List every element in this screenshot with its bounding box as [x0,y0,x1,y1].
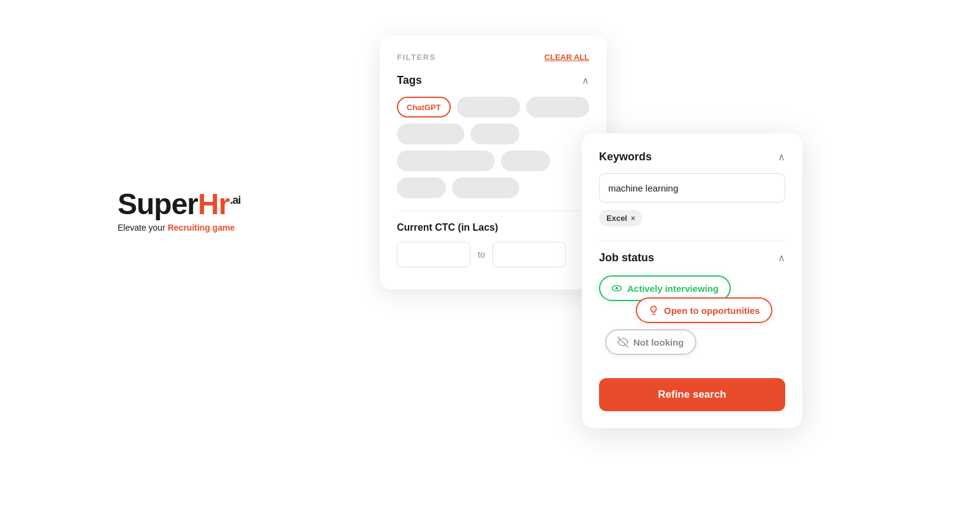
ctc-to-label: to [478,250,485,259]
tag-placeholder-1[interactable] [457,97,520,117]
bulb-orange-icon [648,305,659,316]
keyword-input[interactable] [599,173,785,203]
tag-placeholder-2[interactable] [526,97,589,117]
logo-section: SuperHr.ai Elevate your Recruiting game [118,190,240,233]
excel-tag[interactable]: Excel × [599,210,643,226]
tagline-highlight: Recruiting game [168,223,235,233]
actively-interviewing-label: Actively interviewing [627,283,718,294]
tags-section-header: Tags ∧ [397,74,589,87]
divider-1 [397,210,589,211]
tags-row-4 [397,177,589,198]
excel-tag-remove[interactable]: × [631,214,635,223]
keywords-card: Keywords ∧ Excel × Job status ∧ Actively… [582,133,802,428]
filters-header: FILTERS CLEAR ALL [397,53,589,62]
tags-chevron-icon: ∧ [582,75,589,86]
tags-row-3 [397,151,589,171]
tags-row-1: ChatGPT [397,97,589,117]
tag-placeholder-5[interactable] [397,151,495,171]
filters-title: FILTERS [397,53,436,62]
tag-placeholder-6[interactable] [501,151,550,171]
filters-card: FILTERS CLEAR ALL Tags ∧ ChatGPT Current… [380,35,606,289]
status-open-opportunities[interactable]: Open to opportunities [636,297,772,323]
tag-placeholder-7[interactable] [397,177,446,198]
job-status-chevron-icon: ∧ [778,252,785,264]
tag-chatgpt[interactable]: ChatGPT [397,97,451,117]
ctc-row: to [397,242,589,267]
job-status-header: Job status ∧ [599,251,785,264]
keywords-chevron-icon: ∧ [778,151,785,163]
tags-row-2 [397,124,589,144]
tag-placeholder-4[interactable] [470,124,519,144]
logo-text: SuperHr.ai [118,190,240,219]
tags-section-title: Tags [397,74,422,87]
logo-ai: .ai [230,194,240,206]
ctc-min-input[interactable] [397,242,470,267]
status-pills-area: Actively interviewing Open to opportunit… [599,275,785,361]
svg-point-1 [616,287,619,290]
keywords-title: Keywords [599,151,652,163]
refine-search-button[interactable]: Refine search [599,378,785,411]
status-not-looking[interactable]: Not looking [605,329,696,355]
tag-placeholder-8[interactable] [452,177,519,198]
not-looking-label: Not looking [633,337,684,348]
excel-tag-label: Excel [606,214,627,223]
logo-super: Super [118,188,198,220]
kw-divider [599,240,785,240]
logo-hr: Hr [198,188,229,220]
job-status-title: Job status [599,251,654,264]
slash-eye-icon [617,337,628,348]
open-opportunities-label: Open to opportunities [664,305,760,316]
logo-tagline: Elevate your Recruiting game [118,223,240,233]
clear-all-button[interactable]: CLEAR ALL [545,53,589,62]
ctc-max-input[interactable] [492,242,566,267]
tags-grid: ChatGPT [397,97,589,198]
tag-placeholder-3[interactable] [397,124,464,144]
tagline-prefix: Elevate your [118,223,168,233]
ctc-label: Current CTC (in Lacs) [397,222,589,233]
eye-green-icon [611,283,622,294]
keywords-section-header: Keywords ∧ [599,151,785,163]
